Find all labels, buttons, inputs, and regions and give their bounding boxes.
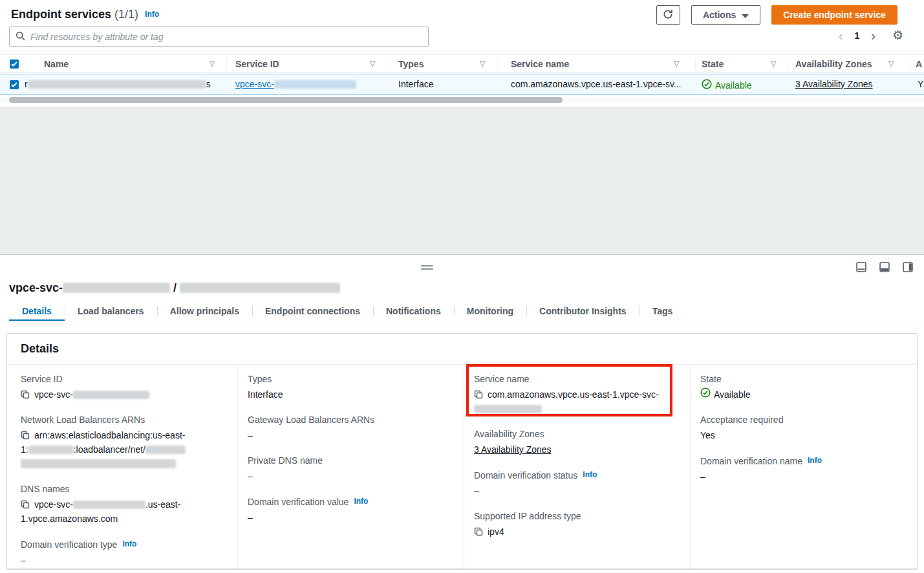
field-service-id: Service ID vpce-svc-	[21, 373, 227, 402]
panel-position-controls	[856, 262, 913, 272]
info-link[interactable]: Info	[122, 539, 136, 548]
column-header-name[interactable]: Name	[44, 59, 69, 69]
state-text: Available	[715, 80, 752, 91]
field-label: Service ID	[21, 373, 227, 385]
column-header-state[interactable]: State	[702, 59, 724, 69]
actions-button-label: Actions	[703, 10, 736, 20]
field-label: Availability Zones	[474, 428, 680, 440]
tab-contributor-insights[interactable]: Contributor Insights	[526, 301, 639, 321]
refresh-icon	[663, 9, 673, 21]
row-checkbox[interactable]	[10, 80, 19, 89]
field-label: Gateway Load Balancers ARNs	[248, 414, 453, 426]
field-value: Interface	[248, 387, 453, 402]
availability-zones-link[interactable]: 3 Availability Zones	[474, 444, 552, 455]
field-value: arn:aws:elasticloadbalancing:us-east- 1:…	[21, 428, 227, 471]
copy-icon[interactable]	[21, 428, 30, 442]
field-value: vpce-svc-.us-east- 1.vpce.amazonaws.com	[21, 497, 227, 526]
settings-gear-button[interactable]: ⚙	[892, 28, 903, 43]
panel-position-bottom-button[interactable]	[856, 262, 866, 272]
field-label: State	[700, 373, 907, 385]
filter-icon[interactable]: ▽	[674, 59, 679, 68]
info-link[interactable]: Info	[808, 456, 822, 465]
field-label: Private DNS name	[248, 455, 453, 466]
split-panel-drag-handle[interactable]	[421, 265, 433, 270]
panel-bottom-icon	[856, 262, 866, 272]
field-network-load-balancers-arns: Network Load Balancers ARNs arn:aws:elas…	[21, 414, 227, 471]
cell-clipped: Y	[918, 79, 923, 89]
panel-position-bottom-filled-button[interactable]	[879, 262, 890, 272]
panel-position-side-button[interactable]	[903, 262, 913, 272]
filter-icon[interactable]: ▽	[888, 59, 894, 68]
next-page-button[interactable]: ›	[869, 29, 877, 42]
resource-count: (1/1)	[114, 8, 138, 21]
previous-page-button[interactable]: ‹	[837, 29, 845, 42]
field-label: Service name	[474, 373, 680, 385]
info-link[interactable]: Info	[145, 10, 159, 19]
field-label: Network Load Balancers ARNs	[21, 414, 227, 426]
filter-icon[interactable]: ▽	[370, 59, 375, 68]
tab-endpoint-connections[interactable]: Endpoint connections	[252, 301, 373, 321]
select-all-checkbox[interactable]	[10, 59, 19, 69]
filter-icon[interactable]: ▽	[210, 59, 215, 68]
tab-details[interactable]: Details	[9, 301, 65, 321]
aws-console-screen: Endpoint services (1/1)Info Actions Crea…	[0, 0, 924, 573]
horizontal-scrollbar-thumb[interactable]	[9, 97, 563, 103]
page-number[interactable]: 1	[854, 30, 859, 41]
field-value: vpce-svc-	[21, 387, 227, 402]
column-header-clipped[interactable]: A	[916, 59, 922, 69]
copy-icon[interactable]	[21, 387, 30, 402]
copy-icon[interactable]	[21, 497, 30, 512]
copy-icon[interactable]	[474, 387, 483, 402]
check-circle-icon	[700, 387, 711, 402]
tab-monitoring[interactable]: Monitoring	[454, 301, 526, 321]
column-header-types[interactable]: Types	[398, 59, 424, 69]
copy-icon[interactable]	[474, 524, 483, 539]
column-divider	[387, 59, 387, 70]
field-state: State Available	[700, 373, 907, 402]
horizontal-scrollbar-track	[0, 97, 924, 103]
actions-button[interactable]: Actions	[691, 5, 760, 25]
field-domain-verification-value: Domain verification valueInfo –	[248, 495, 453, 524]
column-divider	[497, 59, 497, 70]
field-types: Types Interface	[248, 373, 453, 402]
field-service-name: Service name com.amazonaws.vpce.us-east-…	[474, 373, 680, 416]
table-row[interactable]: rs vpce-svc- Interface com.amazonaws.vpc…	[0, 74, 924, 95]
filter-icon[interactable]: ▽	[480, 59, 485, 68]
info-link[interactable]: Info	[583, 470, 597, 479]
availability-zones-link[interactable]: 3 Availability Zones	[795, 79, 873, 89]
field-domain-verification-name: Domain verification nameInfo –	[700, 455, 907, 484]
field-dns-names: DNS names vpce-svc-.us-east- 1.vpce.amaz…	[21, 483, 227, 526]
table-header: Name ▽ Service ID ▽ Types ▽ Service name…	[0, 54, 924, 73]
field-label: Domain verification statusInfo	[474, 469, 680, 481]
details-column-4: State Available Acceptance required Yes …	[690, 365, 917, 569]
cell-state: Available	[702, 79, 752, 91]
redacted-text	[73, 501, 145, 509]
split-panel-title: vpce-svc- /	[9, 281, 340, 295]
column-header-service-name[interactable]: Service name	[511, 59, 569, 69]
search-box	[9, 27, 429, 47]
field-label: Domain verification typeInfo	[21, 538, 227, 550]
tab-notifications[interactable]: Notifications	[373, 301, 454, 321]
details-card-heading: Details	[7, 334, 917, 365]
detail-tabs: Details Load balancers Allow principals …	[0, 301, 924, 321]
service-id-link[interactable]: vpce-svc-	[235, 79, 356, 89]
info-link[interactable]: Info	[354, 497, 368, 506]
filter-icon[interactable]: ▽	[771, 59, 776, 68]
column-header-availability-zones[interactable]: Availability Zones	[795, 59, 872, 69]
search-input[interactable]	[30, 32, 422, 42]
field-label: DNS names	[21, 483, 227, 495]
panel-bottom-filled-icon	[879, 262, 890, 272]
cell-service-name: com.amazonaws.vpce.us-east-1.vpce-sv...	[511, 79, 682, 89]
field-value: –	[248, 469, 453, 483]
refresh-button[interactable]	[656, 5, 680, 25]
column-divider	[226, 59, 227, 70]
tab-tags[interactable]: Tags	[639, 301, 686, 321]
tab-allow-principals[interactable]: Allow principals	[157, 301, 252, 321]
page-title: Endpoint services (1/1)Info	[11, 8, 159, 21]
column-header-service-id[interactable]: Service ID	[235, 59, 279, 69]
column-divider	[695, 59, 696, 70]
field-value: –	[248, 510, 453, 524]
redacted-text	[73, 391, 149, 399]
tab-load-balancers[interactable]: Load balancers	[65, 301, 157, 321]
create-endpoint-service-button[interactable]: Create endpoint service	[771, 5, 897, 25]
